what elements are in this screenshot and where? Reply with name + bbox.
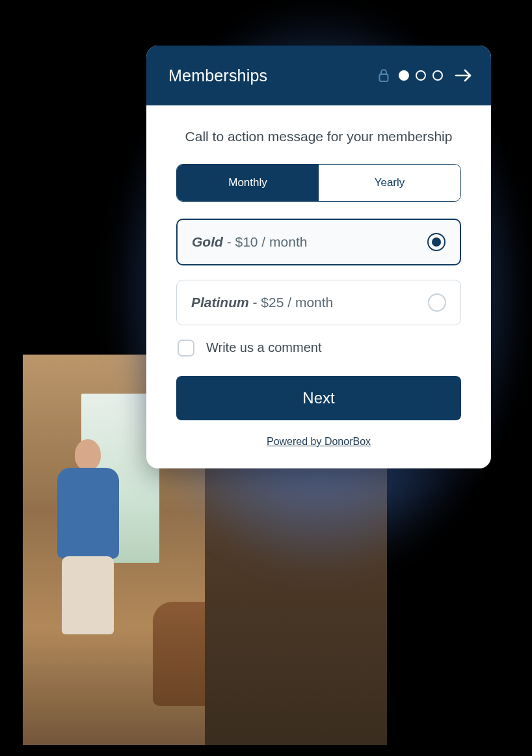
cta-message: Call to action message for your membersh… xyxy=(176,126,461,147)
plan-tier: Gold xyxy=(192,234,223,249)
comment-row: Write us a comment xyxy=(178,340,461,357)
comment-checkbox[interactable] xyxy=(178,340,194,357)
card-title: Memberships xyxy=(168,66,267,85)
header-right xyxy=(378,68,473,83)
photo-seated-person xyxy=(315,589,361,647)
tab-monthly[interactable]: Monthly xyxy=(177,165,319,201)
comment-label: Write us a comment xyxy=(206,340,321,355)
card-body: Call to action message for your membersh… xyxy=(146,105,491,468)
step-dot-3 xyxy=(432,70,443,81)
step-indicator xyxy=(399,70,443,81)
plan-label: Gold - $10 / month xyxy=(192,234,307,250)
radio-selected[interactable] xyxy=(427,233,446,251)
membership-card: Memberships Call to action me xyxy=(146,46,491,468)
svg-rect-0 xyxy=(380,74,388,81)
card-header: Memberships xyxy=(146,46,491,105)
interval-toggle: Monthly Yearly xyxy=(176,164,461,202)
photo-seated-person xyxy=(257,589,302,647)
next-arrow-icon[interactable] xyxy=(455,68,473,83)
plan-price: - $10 / month xyxy=(223,234,308,249)
plan-tier: Platinum xyxy=(191,295,249,310)
photo-sofa xyxy=(153,602,361,706)
radio-unselected[interactable] xyxy=(428,293,446,312)
photo-presenter xyxy=(49,439,127,667)
tab-yearly[interactable]: Yearly xyxy=(319,165,460,201)
lock-icon xyxy=(378,68,390,83)
next-button[interactable]: Next xyxy=(176,376,461,420)
plan-price: - $25 / month xyxy=(249,295,334,310)
photo-seated-person xyxy=(205,589,250,647)
powered-by-link[interactable]: Powered by DonorBox xyxy=(176,436,461,452)
step-dot-1 xyxy=(399,70,409,81)
plan-option-gold[interactable]: Gold - $10 / month xyxy=(176,219,461,265)
plan-label: Platinum - $25 / month xyxy=(191,295,333,310)
step-dot-2 xyxy=(416,70,426,81)
plan-option-platinum[interactable]: Platinum - $25 / month xyxy=(176,280,461,325)
